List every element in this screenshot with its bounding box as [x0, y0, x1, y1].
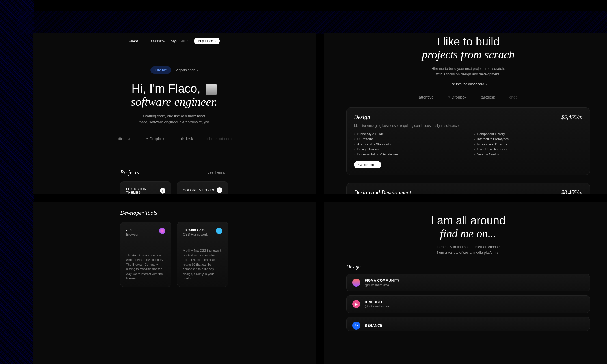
dashboard-label: Log into the dashboard — [450, 82, 484, 86]
tool-card-arc[interactable]: Arc Browser The Arc Browser is a new web… — [120, 222, 171, 287]
heading-line1: I am all around — [431, 214, 506, 227]
dribbble-icon: ◉ — [352, 300, 360, 308]
logo-dropbox: Dropbox — [448, 95, 466, 99]
top-nav: Flaco Overview Style Guide Buy Flaco › — [33, 32, 316, 49]
tier-subtitle: Ideal for emerging businesses requiring … — [354, 124, 582, 128]
feature-item: Design Tokens — [354, 148, 463, 151]
feature-item: Version Control — [474, 153, 582, 156]
tier-design: Design $5,455/m Ideal for emerging busin… — [346, 107, 590, 175]
project-card-lexington[interactable]: LEXINGTON THEMES + Penpot is the web-bas… — [120, 181, 171, 194]
pricing-heading: I like to build projects from scrach — [346, 35, 590, 61]
brand-logos-row: attentive Dropbox talkdesk checkout.com — [33, 136, 316, 141]
social-hero: I am all around find me on... I am easy … — [346, 202, 590, 255]
figma-icon — [352, 279, 360, 287]
devtools-title: Developer Tools — [120, 202, 228, 216]
tier-features: Brand Style Guide Component Library UI P… — [354, 132, 582, 156]
card-titles: Tailwind CSS CSS Framework — [183, 228, 208, 237]
logo-text[interactable]: Flaco — [129, 39, 138, 43]
hire-me-pill[interactable]: Hire me — [150, 66, 171, 74]
hero-heading: Hi, I'm Flaco, software engineer. — [33, 82, 316, 108]
panel-hero: Flaco Overview Style Guide Buy Flaco › H… — [33, 32, 316, 194]
feature-item: Documentation & Guidelines — [354, 153, 463, 156]
devtool-cards: Arc Browser The Arc Browser is a new web… — [120, 222, 228, 287]
see-all-link[interactable]: See them all › — [208, 170, 228, 174]
hero-subtext: Crafting code, one line at a time: meet … — [33, 113, 316, 125]
card-header: Tailwind CSS CSS Framework — [183, 228, 222, 237]
nav-styleguide[interactable]: Style Guide — [171, 39, 188, 43]
panels-grid: Flaco Overview Style Guide Buy Flaco › H… — [33, 32, 607, 364]
get-started-button[interactable]: Get started › — [354, 161, 381, 168]
feature-item: UI Patterns — [354, 137, 463, 141]
social-name: DRIBBBLE — [365, 300, 389, 304]
social-subtext: I am easy to find on the internet, choos… — [346, 244, 590, 255]
tier-design-dev: Design and Development $8,455/m Ideal fo… — [346, 183, 590, 194]
panel-pricing: I like to build projects from scrach Hir… — [324, 32, 607, 194]
social-handle: @mikeandreuzza — [365, 283, 399, 287]
logo-talkdesk: talkdesk — [481, 95, 495, 99]
buy-label: Buy Flaco — [198, 39, 213, 43]
hero-line2: software engineer. — [33, 95, 316, 108]
social-dribbble[interactable]: ◉ DRIBBBLE @mikeandreuzza — [346, 295, 590, 313]
sub-line2: from a variety of social media platforms… — [346, 250, 590, 255]
card-header: COLORS & FONTS + — [183, 187, 222, 193]
plus-icon[interactable]: + — [160, 188, 165, 194]
social-behance[interactable]: Be BEHANCE — [346, 317, 590, 331]
tier-name: Design and Development — [354, 189, 411, 194]
social-figma[interactable]: FIGMA COMMUNITY @mikeandreuzza — [346, 274, 590, 291]
arc-icon — [159, 228, 165, 234]
spots-open-link[interactable]: 2 spots open › — [176, 68, 198, 72]
tailwind-icon — [216, 228, 222, 234]
tier-header: Design $5,455/m — [354, 114, 582, 120]
logo-dropbox: Dropbox — [146, 136, 165, 141]
chevron-right-icon: › — [375, 163, 376, 166]
feature-item: Accessibility Standards — [354, 142, 463, 146]
projects-header: Projects See them all › — [120, 169, 228, 176]
social-text: BEHANCE — [365, 324, 383, 328]
tier-header: Design and Development $8,455/m — [354, 189, 582, 194]
card-header: Arc Browser — [126, 228, 165, 237]
plus-icon[interactable]: + — [217, 187, 222, 193]
logo-attentive: attentive — [419, 95, 434, 99]
social-heading: I am all around find me on... — [346, 214, 590, 240]
logo-attentive: attentive — [117, 136, 132, 141]
feature-item: Responsive Designs — [474, 142, 582, 146]
avatar-image — [206, 84, 217, 95]
chevron-right-icon: › — [215, 40, 216, 43]
feature-item: Brand Style Guide — [354, 132, 463, 136]
sub-line1: Crafting code, one line at a time: meet — [33, 113, 316, 119]
decorative-noise-left — [0, 0, 34, 364]
feature-item: User Flow Diagrams — [474, 148, 582, 151]
buy-button[interactable]: Buy Flaco › — [194, 38, 220, 44]
project-cards: LEXINGTON THEMES + Penpot is the web-bas… — [120, 181, 228, 194]
heading-line2: projects from scrach — [346, 48, 590, 61]
logo-checkout: chec — [509, 95, 518, 99]
tool-name: Tailwind CSS — [183, 228, 208, 232]
tier-price: $5,455/m — [561, 114, 582, 120]
card-title: LEXINGTON THEMES — [126, 187, 160, 194]
tool-description: A utility-first CSS framework packed wit… — [183, 248, 222, 281]
dashboard-link[interactable]: Log into the dashboard › — [450, 82, 487, 86]
tool-name: Arc — [126, 228, 139, 232]
panel-devtools: Developer Tools Arc Browser The Arc Brow… — [33, 202, 316, 364]
feature-item: Component Library — [474, 132, 582, 136]
chevron-right-icon: › — [486, 83, 487, 86]
behance-icon: Be — [352, 322, 360, 330]
see-all-label: See them all — [208, 170, 226, 174]
brand-logos-row: attentive Dropbox talkdesk chec — [346, 95, 590, 99]
pricing-hero: I like to build projects from scrach Hir… — [346, 32, 590, 99]
pricing-subtext: Hire me to build your next project from … — [346, 66, 590, 77]
tier-price: $8,455/m — [561, 189, 582, 194]
social-name: FIGMA COMMUNITY — [365, 279, 399, 283]
sub-line2: flaco, software engineer extraordinaire,… — [33, 119, 316, 125]
sub-line1: I am easy to find on the internet, choos… — [346, 244, 590, 250]
panel-social: I am all around find me on... I am easy … — [324, 202, 607, 364]
social-text: FIGMA COMMUNITY @mikeandreuzza — [365, 279, 399, 287]
hero-line1: Hi, I'm Flaco, — [131, 82, 200, 95]
nav-overview[interactable]: Overview — [151, 39, 165, 43]
sub-line2: with a focus on design and development. — [346, 72, 590, 77]
hero-pills: Hire me 2 spots open › — [150, 66, 198, 74]
tool-card-tailwind[interactable]: Tailwind CSS CSS Framework A utility-fir… — [177, 222, 228, 287]
hero-section: Hire me 2 spots open › Hi, I'm Flaco, so… — [33, 49, 316, 152]
projects-title: Projects — [120, 169, 139, 176]
project-card-colors-fonts[interactable]: COLORS & FONTS + Free and open source ic… — [177, 181, 228, 194]
